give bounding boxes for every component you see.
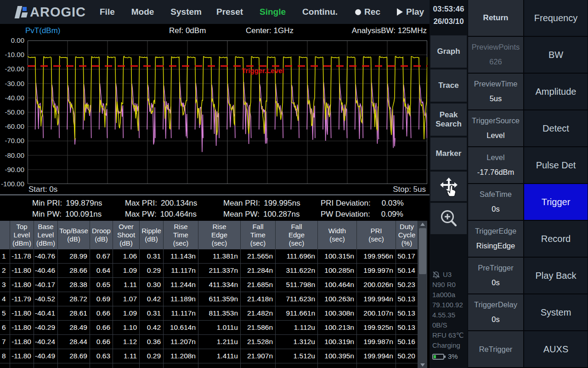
menu2-safetime[interactable]: SafeTime0s <box>468 184 523 220</box>
table-cell: 50.14 <box>396 264 418 277</box>
scroll-up-icon[interactable] <box>418 221 427 227</box>
menu3-bw[interactable]: BW <box>524 37 588 73</box>
center-frequency: Center: 1GHz <box>246 26 294 35</box>
table-cell: 28.69 <box>58 349 90 363</box>
menu3-pulse-det[interactable]: Pulse Det <box>524 147 588 183</box>
table-cell: 100.345n <box>318 363 357 368</box>
table-cell: 3 <box>0 278 10 292</box>
table-cell: 11.208n <box>164 349 198 363</box>
table-cell: 1.09 <box>113 264 140 277</box>
menu-preset[interactable]: Preset <box>216 7 243 17</box>
y-tick-label: -30.00 <box>5 80 24 87</box>
y-tick-label: -20.00 <box>5 65 24 73</box>
menu-system[interactable]: System <box>170 7 202 17</box>
table-row[interactable]: 5-11.80-40.4128.610.661.090.3111.117n811… <box>0 306 418 321</box>
section-divider <box>0 194 430 196</box>
menu3-record[interactable]: Record <box>524 221 588 257</box>
table-cell: 199.987n <box>357 335 396 349</box>
menu2-return[interactable]: Return <box>468 0 523 36</box>
menu2-retrigger[interactable]: ReTrigger <box>468 331 523 367</box>
stat-pw-deviation-: PW Deviation:0.09% <box>321 210 403 219</box>
table-cell: 11.372n <box>164 363 198 368</box>
menu2-triggerdelay[interactable]: TriggerDelay0s <box>468 294 523 330</box>
clock-time: 03:53:46 <box>430 3 468 15</box>
top-menu-bar: AROGIC FileModeSystem Preset Single Cont… <box>0 0 430 24</box>
menu2-level[interactable]: Level-17.76dBm <box>468 147 523 183</box>
menu-file[interactable]: File <box>100 7 115 17</box>
sidebar-graph[interactable]: Graph <box>430 35 467 68</box>
table-cell: 0.42 <box>140 321 164 334</box>
menu2-pretrigger[interactable]: PreTrigger0s <box>468 258 523 293</box>
table-cell: -40.76 <box>34 249 58 263</box>
table-cell: 1.12 <box>113 335 140 349</box>
zoom-button[interactable] <box>430 203 467 234</box>
stat-min-pw-: Min PW:100.091ns <box>32 210 102 219</box>
sidebar-trace[interactable]: Trace <box>430 69 467 102</box>
table-cell: 11.244n <box>164 278 198 292</box>
sidebar-marker[interactable]: Marker <box>430 138 467 170</box>
table-cell: 200.026n <box>357 278 396 292</box>
table-row[interactable]: 6-11.80-40.2928.490.661.100.4210.614n1.0… <box>0 321 418 335</box>
y-tick-label: -90.00 <box>5 166 24 173</box>
table-cell: 11.207n <box>164 335 198 349</box>
table-cell: 1.05 <box>113 363 140 368</box>
battery-status: 3% <box>432 351 466 362</box>
status-line: RFU 63℃ <box>432 330 466 340</box>
table-cell: 21.284n <box>241 264 276 277</box>
table-cell: 1.10 <box>113 321 140 334</box>
table-row[interactable]: 9-11.81-40.8229.010.671.050.3711.372n1.6… <box>0 363 418 368</box>
status-line: 79.100.92 <box>432 300 466 310</box>
table-cell: -40.82 <box>34 363 58 368</box>
menu-continu[interactable]: Continu. <box>302 7 338 17</box>
table-cell: 311.622n <box>276 264 318 277</box>
table-row[interactable]: 3-11.80-40.1728.380.651.110.3011.244n411… <box>0 278 418 292</box>
table-cell: -11.80 <box>10 264 34 277</box>
menu2-triggeredge[interactable]: TriggerEdgeRisingEdge <box>468 221 523 257</box>
table-cell: 11.117n <box>164 264 198 277</box>
table-row[interactable]: 2-11.80-40.4628.660.641.090.2911.117n211… <box>0 264 418 278</box>
y-tick-label: -80.00 <box>5 151 24 159</box>
menu-mode[interactable]: Mode <box>131 7 154 17</box>
table-cell: 21.565n <box>241 249 276 263</box>
table-row[interactable]: 1-11.78-40.7628.990.671.060.3111.143n11.… <box>0 249 418 264</box>
menu2-previewtime[interactable]: PreviewTime5us <box>468 74 523 109</box>
scroll-down-icon[interactable] <box>418 362 427 368</box>
menu3-trigger[interactable]: Trigger <box>524 184 588 220</box>
table-cell: -11.80 <box>10 335 34 349</box>
table-row[interactable]: 8-11.80-40.4928.690.631.110.2911.208n1.4… <box>0 349 418 363</box>
menu3-amplitude[interactable]: Amplitude <box>524 74 588 109</box>
pvt-plot[interactable]: Trigger.Level <box>28 40 427 184</box>
status-line: Charging <box>432 340 466 351</box>
pan-button[interactable] <box>430 172 467 201</box>
table-cell: 28.66 <box>58 264 90 277</box>
stat-mean-pri-: Mean PRI:199.995ns <box>223 199 300 208</box>
table-scrollbar[interactable] <box>418 221 427 368</box>
pulse-table: Top Level (dBm)Base Level (dBm)Top/Base … <box>0 221 418 368</box>
table-cell: 1.11 <box>113 278 140 292</box>
y-tick-label: -40.00 <box>5 94 24 102</box>
table-cell: -40.49 <box>34 349 58 363</box>
bell-muted-icon <box>432 271 440 279</box>
table-row[interactable]: 7-11.80-40.2428.440.661.120.3611.207n1.2… <box>0 335 418 349</box>
menu3-system[interactable]: System <box>524 294 588 330</box>
scrollbar-thumb[interactable] <box>419 228 426 274</box>
table-cell: 611.359n <box>198 292 241 306</box>
table-cell: 200.107n <box>357 306 396 320</box>
menu3-detect[interactable]: Detect <box>524 110 588 146</box>
table-cell: 199.956n <box>357 249 396 263</box>
menu3-frequency[interactable]: Frequency <box>524 0 588 36</box>
menu2-previewpoints[interactable]: PreviewPoints626 <box>468 37 523 73</box>
rec-button[interactable]: Rec <box>355 7 380 17</box>
table-cell: -40.52 <box>34 292 58 306</box>
menu3-auxs[interactable]: AUXS <box>524 331 588 367</box>
table-cell: 1.11 <box>113 349 140 363</box>
menu2-triggersource[interactable]: TriggerSourceLevel <box>468 110 523 146</box>
menu3-play-back[interactable]: Play Back <box>524 258 588 293</box>
menu-single[interactable]: Single <box>260 7 286 17</box>
sidebar-peak-search[interactable]: Peak Search <box>430 104 467 136</box>
play-button[interactable]: Play <box>397 7 424 17</box>
table-row[interactable]: 4-11.79-40.5228.720.691.070.4211.189n611… <box>0 292 418 306</box>
table-header: Top Level (dBm)Base Level (dBm)Top/Base … <box>0 221 418 249</box>
app-window: AROGIC FileModeSystem Preset Single Cont… <box>0 0 588 368</box>
table-cell: 0.67 <box>90 249 113 263</box>
